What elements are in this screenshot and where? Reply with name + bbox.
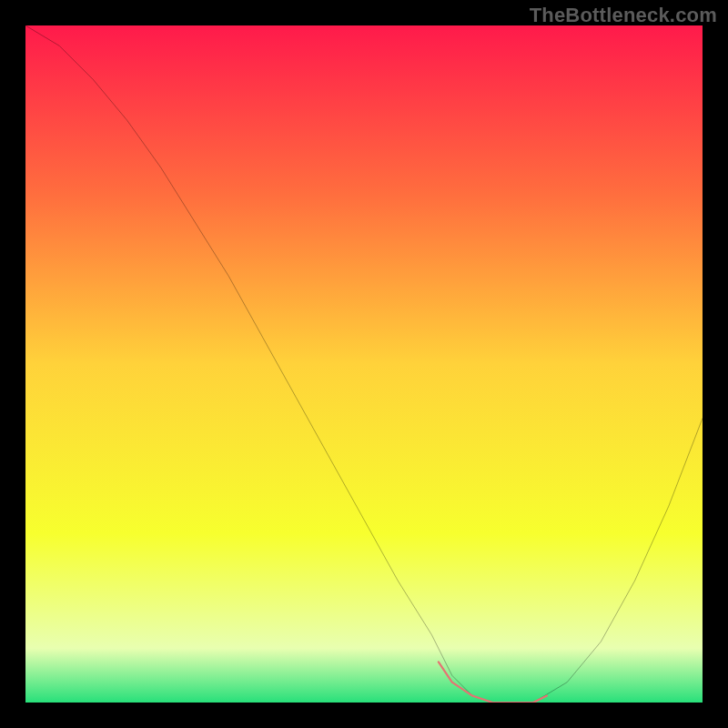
chart-canvas <box>25 25 703 703</box>
plot-area <box>25 25 703 703</box>
gradient-background <box>25 25 703 703</box>
watermark-text: TheBottleneck.com <box>530 4 717 27</box>
chart-frame: TheBottleneck.com <box>0 0 728 728</box>
